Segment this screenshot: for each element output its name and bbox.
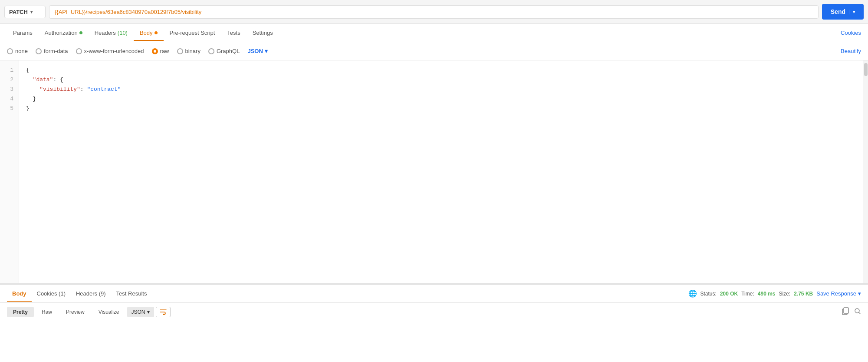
option-raw[interactable]: raw	[152, 48, 169, 54]
radio-form-data	[36, 48, 42, 54]
copy-button[interactable]	[842, 307, 849, 317]
request-tabs: Params Authorization Headers (10) Body P…	[0, 24, 868, 42]
wrap-button[interactable]	[156, 307, 171, 317]
response-status: 🌐 Status: 200 OK Time: 490 ms Size: 2.75…	[688, 289, 861, 298]
response-format-row: Pretty Raw Preview Visualize JSON ▾	[0, 303, 868, 321]
code-editor: 1 2 3 4 5 { "data": { "visibility": "con…	[0, 60, 868, 284]
code-line-5: }	[26, 104, 856, 113]
radio-none	[7, 48, 13, 54]
send-label: Send	[831, 8, 845, 15]
option-form-data[interactable]: form-data	[36, 48, 68, 54]
tab-settings[interactable]: Settings	[247, 25, 279, 40]
code-line-2: "data": {	[26, 75, 856, 85]
code-line-4: }	[26, 94, 856, 104]
radio-raw	[152, 48, 158, 54]
tabs-right: Cookies	[841, 30, 861, 36]
line-num-1: 1	[0, 66, 19, 75]
radio-binary	[177, 48, 183, 54]
option-graphql[interactable]: GraphQL	[208, 48, 240, 54]
app-container: PATCH ▾ Send ▾ Params Authorization Head…	[0, 0, 868, 362]
radio-graphql	[208, 48, 214, 54]
format-preview-button[interactable]: Preview	[60, 307, 91, 317]
code-line-1: {	[26, 66, 856, 75]
response-tab-body[interactable]: Body	[7, 286, 32, 301]
search-button[interactable]	[854, 308, 861, 316]
tab-headers[interactable]: Headers (10)	[89, 25, 134, 40]
response-section: Body Cookies (1) Headers (9) Test Result…	[0, 284, 868, 362]
line-numbers: 1 2 3 4 5	[0, 60, 19, 283]
option-binary[interactable]: binary	[177, 48, 201, 54]
option-none[interactable]: none	[7, 48, 28, 54]
tab-authorization[interactable]: Authorization	[39, 25, 89, 40]
body-dot	[155, 31, 158, 34]
format-pretty-button[interactable]: Pretty	[7, 307, 34, 317]
response-json-dropdown[interactable]: JSON ▾	[127, 307, 154, 317]
method-chevron: ▾	[30, 10, 33, 14]
method-dropdown[interactable]: PATCH ▾	[4, 6, 46, 18]
save-response-button[interactable]: Save Response ▾	[816, 290, 861, 297]
option-urlencoded[interactable]: x-www-form-urlencoded	[76, 48, 144, 54]
beautify-button[interactable]: Beautify	[841, 48, 861, 54]
svg-rect-1	[844, 308, 848, 313]
line-num-3: 3	[0, 85, 19, 94]
url-input[interactable]	[49, 5, 819, 19]
radio-urlencoded	[76, 48, 82, 54]
method-label: PATCH	[9, 9, 28, 15]
globe-icon: 🌐	[688, 289, 697, 298]
tab-body[interactable]: Body	[134, 25, 164, 40]
code-body[interactable]: { "data": { "visibility": "contract" } }	[19, 60, 863, 283]
response-format-right	[842, 307, 861, 317]
copy-icon-svg	[842, 307, 849, 315]
line-num-2: 2	[0, 75, 19, 85]
tab-tests[interactable]: Tests	[221, 25, 246, 40]
scrollbar-track[interactable]	[863, 60, 868, 283]
response-tab-test-results[interactable]: Test Results	[111, 286, 152, 301]
response-tabs: Body Cookies (1) Headers (9) Test Result…	[0, 285, 868, 303]
response-tab-headers[interactable]: Headers (9)	[71, 286, 111, 301]
format-raw-button[interactable]: Raw	[36, 307, 58, 317]
json-format-dropdown[interactable]: JSON ▾	[247, 48, 267, 54]
tab-prerequest[interactable]: Pre-request Script	[164, 25, 221, 40]
body-options: none form-data x-www-form-urlencoded raw…	[0, 42, 868, 60]
authorization-dot	[79, 31, 82, 34]
code-line-3: "visibility": "contract"	[26, 85, 856, 94]
wrap-icon	[160, 309, 167, 315]
send-button[interactable]: Send ▾	[822, 4, 864, 20]
format-visualize-button[interactable]: Visualize	[92, 307, 125, 317]
line-num-4: 4	[0, 94, 19, 104]
body-options-right: Beautify	[841, 48, 861, 54]
response-tab-cookies[interactable]: Cookies (1)	[32, 286, 71, 301]
url-bar: PATCH ▾ Send ▾	[0, 0, 868, 24]
search-icon-svg	[854, 308, 861, 315]
send-chevron: ▾	[849, 10, 855, 14]
tab-params[interactable]: Params	[7, 25, 39, 40]
cookies-link[interactable]: Cookies	[841, 30, 861, 36]
scrollbar-thumb[interactable]	[864, 63, 868, 76]
line-num-5: 5	[0, 104, 19, 113]
